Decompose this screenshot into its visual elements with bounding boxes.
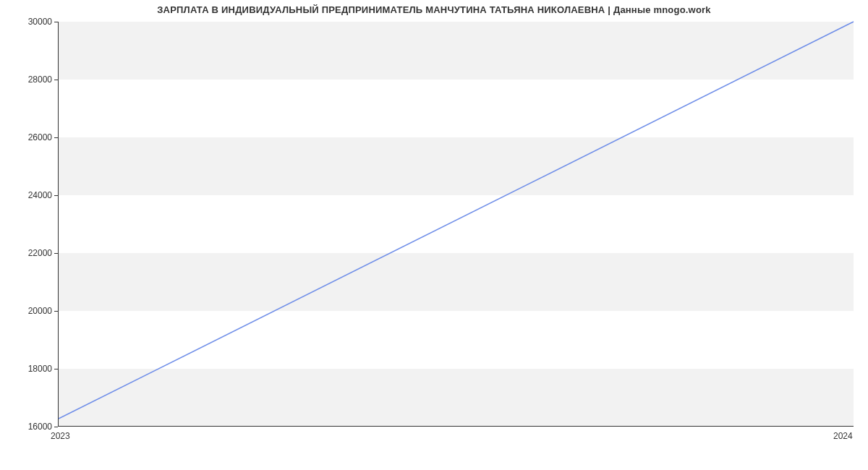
y-tick-label: 18000	[9, 364, 52, 374]
y-tick-label: 20000	[9, 306, 52, 316]
y-tick-label: 22000	[9, 248, 52, 258]
y-tick-label: 30000	[9, 17, 52, 27]
plot-area	[58, 22, 854, 427]
y-tick-label: 28000	[9, 74, 52, 85]
series-line	[59, 22, 854, 419]
x-tick-label: 2024	[833, 431, 853, 441]
chart-title: ЗАРПЛАТА В ИНДИВИДУАЛЬНЫЙ ПРЕДПРИНИМАТЕЛ…	[0, 4, 868, 15]
chart-svg	[59, 22, 854, 426]
x-tick-label: 2023	[51, 431, 70, 441]
y-tick-label: 16000	[9, 422, 52, 432]
y-tick-label: 24000	[9, 190, 52, 200]
y-tick-label: 26000	[9, 132, 52, 142]
chart-container: ЗАРПЛАТА В ИНДИВИДУАЛЬНЫЙ ПРЕДПРИНИМАТЕЛ…	[0, 0, 868, 470]
y-tick-mark	[54, 427, 58, 427]
